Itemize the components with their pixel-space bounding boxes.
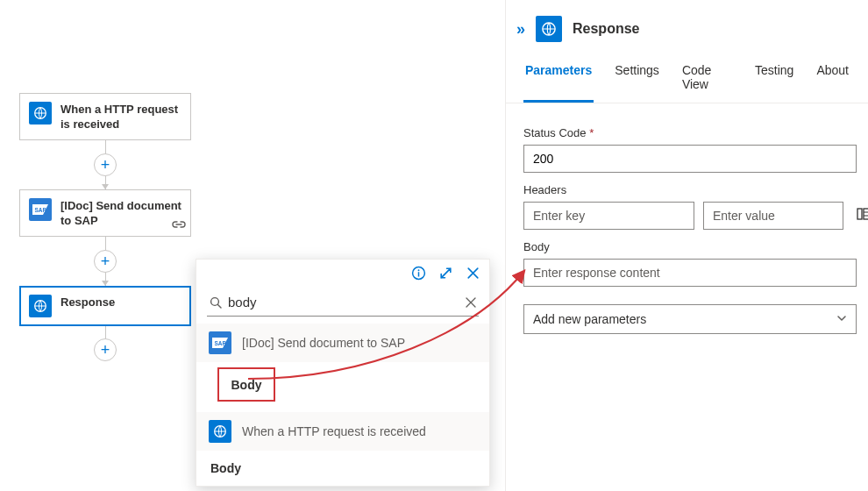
svg-point-4: [418, 269, 420, 271]
workflow-node-sap[interactable]: SAP [IDoc] Send document to SAP: [19, 189, 191, 237]
picker-toolbar: [196, 260, 489, 287]
collapse-icon[interactable]: »: [516, 20, 525, 39]
request-icon: [209, 420, 231, 443]
headers-label: Headers: [523, 183, 850, 196]
picker-group-label: [IDoc] Send document to SAP: [242, 336, 405, 350]
workflow-node-label: Response: [60, 295, 115, 310]
add-parameters-label: Add new parameters: [533, 312, 646, 326]
close-icon[interactable]: [466, 266, 480, 283]
expand-icon[interactable]: [438, 266, 453, 283]
connector: +: [19, 140, 191, 189]
body-input[interactable]: [523, 259, 857, 287]
tab-parameters[interactable]: Parameters: [523, 54, 594, 103]
workflow-canvas: When a HTTP request is received + SAP [I…: [19, 93, 191, 361]
clear-icon[interactable]: [465, 296, 477, 309]
tab-code-view[interactable]: Code View: [680, 54, 734, 103]
insert-step-button[interactable]: +: [94, 250, 117, 273]
insert-step-button[interactable]: +: [94, 153, 117, 176]
search-input[interactable]: [223, 292, 465, 312]
panel-tabs: Parameters Settings Code View Testing Ab…: [506, 54, 868, 103]
add-parameters-dropdown[interactable]: Add new parameters: [523, 304, 857, 334]
picker-group-header: When a HTTP request is received: [196, 412, 489, 451]
toggle-view-icon[interactable]: [852, 203, 868, 230]
tab-about[interactable]: About: [815, 54, 850, 103]
status-code-label: Status Code *: [523, 126, 850, 139]
picker-item-label: Body: [210, 461, 241, 475]
link-icon: [172, 220, 186, 233]
svg-rect-11: [864, 209, 868, 219]
body-label: Body: [523, 240, 850, 253]
picker-group-label: When a HTTP request is received: [242, 424, 426, 438]
workflow-node-trigger[interactable]: When a HTTP request is received: [19, 93, 191, 140]
status-code-input[interactable]: [523, 145, 857, 173]
workflow-node-label: When a HTTP request is received: [60, 102, 181, 132]
request-icon: [29, 295, 52, 317]
svg-rect-10: [857, 209, 862, 219]
connector: +: [19, 326, 191, 361]
info-icon[interactable]: [411, 266, 426, 283]
request-icon: [536, 16, 562, 42]
workflow-node-label: [IDoc] Send document to SAP: [60, 198, 181, 228]
tab-testing[interactable]: Testing: [753, 54, 795, 103]
connector: +: [19, 237, 191, 286]
picker-item-body[interactable]: Body: [196, 362, 489, 412]
picker-group-header: SAP [IDoc] Send document to SAP: [196, 324, 489, 362]
chevron-down-icon: [836, 312, 847, 326]
sap-icon: SAP: [209, 331, 231, 354]
workflow-node-response[interactable]: Response: [19, 286, 191, 326]
picker-item-label[interactable]: Body: [217, 367, 275, 402]
request-icon: [29, 102, 52, 125]
picker-search[interactable]: [207, 288, 479, 317]
sap-icon: SAP: [29, 198, 52, 221]
panel-title: Response: [573, 21, 639, 37]
panel-header: » Response: [506, 0, 868, 54]
add-step-button[interactable]: +: [94, 338, 117, 361]
header-key-input[interactable]: [523, 202, 694, 230]
svg-rect-5: [418, 272, 419, 276]
svg-text:SAP: SAP: [35, 207, 47, 213]
properties-panel: » Response Parameters Settings Code View…: [505, 0, 868, 491]
header-value-input[interactable]: [703, 202, 843, 230]
dynamic-content-picker: SAP [IDoc] Send document to SAP Body Whe…: [196, 259, 490, 487]
search-icon: [209, 295, 223, 310]
picker-item-body[interactable]: Body: [196, 451, 489, 486]
tab-settings[interactable]: Settings: [613, 54, 661, 103]
svg-text:SAP: SAP: [215, 340, 227, 346]
